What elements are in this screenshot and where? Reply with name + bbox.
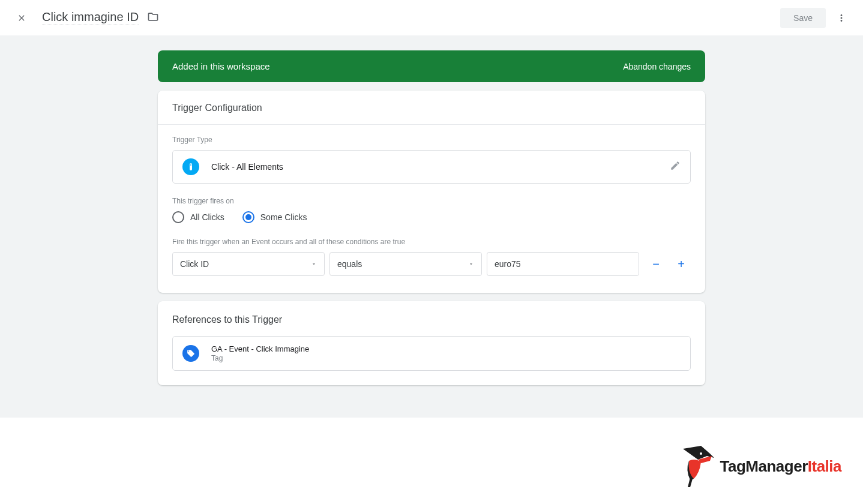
banner-message: Added in this workspace xyxy=(172,61,270,71)
workspace-banner: Added in this workspace Abandon changes xyxy=(158,50,705,82)
more-icon[interactable] xyxy=(834,11,849,25)
condition-variable-select[interactable]: Click ID xyxy=(172,252,325,276)
save-button[interactable]: Save xyxy=(780,8,826,28)
trigger-type-selector[interactable]: Click - All Elements xyxy=(172,150,691,184)
header-bar: Click immagine ID Save xyxy=(0,0,863,36)
condition-row: Click ID equals − + xyxy=(172,252,691,276)
chevron-down-icon xyxy=(468,259,474,269)
reference-item[interactable]: GA - Event - Click Immagine Tag xyxy=(172,336,691,371)
trigger-config-title: Trigger Configuration xyxy=(158,91,705,125)
trigger-type-value: Click - All Elements xyxy=(211,162,283,172)
radio-all-label: All Clicks xyxy=(190,212,224,222)
condition-variable-value: Click ID xyxy=(180,259,209,269)
radio-some-clicks[interactable]: Some Clicks xyxy=(242,211,307,223)
title-wrap: Click immagine ID xyxy=(42,10,159,25)
conditions-label: Fire this trigger when an Event occurs a… xyxy=(172,238,691,246)
close-icon[interactable] xyxy=(14,11,29,25)
trigger-type-label: Trigger Type xyxy=(172,136,691,144)
reference-text: GA - Event - Click Immagine Tag xyxy=(211,344,309,362)
fires-on-label: This trigger fires on xyxy=(172,197,691,205)
condition-value-input[interactable] xyxy=(487,252,639,276)
page-title[interactable]: Click immagine ID xyxy=(42,10,139,25)
folder-icon[interactable] xyxy=(147,11,159,25)
svg-rect-1 xyxy=(190,164,191,166)
header-actions: Save xyxy=(780,8,849,28)
body-area: Added in this workspace Abandon changes … xyxy=(0,36,863,418)
click-icon xyxy=(182,158,199,175)
radio-all-clicks[interactable]: All Clicks xyxy=(172,211,224,223)
reference-name: GA - Event - Click Immagine xyxy=(211,344,309,353)
references-title: References to this Trigger xyxy=(158,301,705,328)
radio-icon xyxy=(172,211,184,223)
fires-on-radio-group: All Clicks Some Clicks xyxy=(172,211,691,223)
radio-icon xyxy=(242,211,254,223)
condition-operator-value: equals xyxy=(337,259,362,269)
chevron-down-icon xyxy=(311,259,317,269)
abandon-changes-link[interactable]: Abandon changes xyxy=(623,62,691,71)
remove-condition-icon[interactable]: − xyxy=(648,256,664,272)
radio-some-label: Some Clicks xyxy=(260,212,307,222)
references-card: References to this Trigger GA - Event - … xyxy=(158,301,705,385)
pencil-icon[interactable] xyxy=(670,160,681,173)
tag-icon xyxy=(182,345,199,362)
condition-operator-select[interactable]: equals xyxy=(329,252,482,276)
reference-type: Tag xyxy=(211,354,309,362)
trigger-config-card: Trigger Configuration Trigger Type Click… xyxy=(158,91,705,293)
add-condition-icon[interactable]: + xyxy=(673,256,690,272)
